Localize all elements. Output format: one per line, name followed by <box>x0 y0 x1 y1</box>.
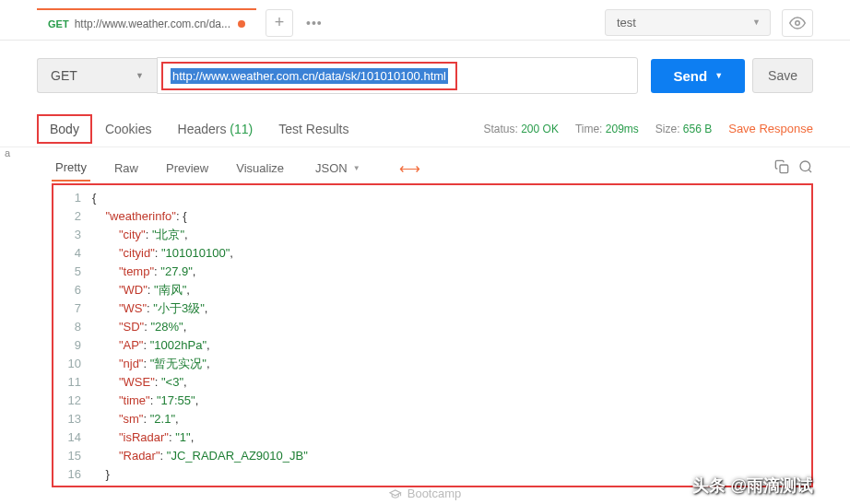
code-line: 3 "city": "北京", <box>53 226 811 244</box>
code-line: 2 "weatherinfo": { <box>53 207 811 226</box>
code-line: 5 "temp": "27.9", <box>53 263 811 281</box>
chevron-down-icon: ▼ <box>136 71 144 80</box>
chevron-down-icon: ▼ <box>714 71 723 80</box>
unsaved-dot-icon <box>238 20 245 28</box>
code-line: 9 "AP": "1002hPa", <box>53 336 811 355</box>
svg-point-2 <box>800 161 810 171</box>
tab-body[interactable]: Body <box>37 114 92 144</box>
code-line: 11 "WSE": "<3", <box>53 373 811 392</box>
headers-label: Headers <box>178 122 227 136</box>
status-label: Status: 200 OK <box>483 123 558 135</box>
collapsed-sidebar-label: a <box>0 147 15 158</box>
environment-select[interactable]: test <box>605 9 771 36</box>
format-label: JSON <box>315 161 348 175</box>
size-label: Size: 656 B <box>655 123 712 135</box>
view-raw[interactable]: Raw <box>111 156 142 181</box>
format-select[interactable]: JSON ▼ <box>308 158 368 179</box>
code-line: 10 "njd": "暂无实况", <box>53 355 811 373</box>
svg-rect-1 <box>780 165 788 173</box>
tab-test-results[interactable]: Test Results <box>266 114 361 144</box>
request-tab[interactable]: GET http://www.weather.com.cn/da... <box>37 8 256 38</box>
code-line: 7 "WS": "小于3级", <box>53 299 811 318</box>
bootcamp-link[interactable]: Bootcamp <box>389 486 462 500</box>
svg-line-3 <box>809 170 811 172</box>
save-response-button[interactable]: Save Response <box>728 122 813 135</box>
tab-title: http://www.weather.com.cn/da... <box>75 18 230 30</box>
search-icon[interactable] <box>798 159 813 177</box>
view-pretty[interactable]: Pretty <box>52 155 90 182</box>
code-line: 14 "isRadar": "1", <box>53 428 811 447</box>
code-line: 12 "time": "17:55", <box>53 392 811 410</box>
wrap-lines-icon[interactable]: ⟷ <box>399 159 420 177</box>
time-label: Time: 209ms <box>575 123 639 135</box>
eye-icon[interactable] <box>782 9 813 37</box>
code-line: 6 "WD": "南风", <box>53 281 811 299</box>
headers-count: (11) <box>230 122 253 136</box>
tab-headers[interactable]: Headers (11) <box>165 114 266 144</box>
add-tab-button[interactable]: + <box>266 9 293 37</box>
tab-cookies[interactable]: Cookies <box>92 114 165 144</box>
code-line: 1{ <box>53 189 811 207</box>
method-label: GET <box>51 68 77 83</box>
watermark: 头条 @雨滴测试 <box>692 475 813 497</box>
tab-more-button[interactable]: ••• <box>299 16 330 30</box>
tab-method: GET <box>48 18 69 29</box>
url-value: http://www.weather.com.cn/data/sk/101010… <box>171 68 448 84</box>
view-preview[interactable]: Preview <box>162 156 212 181</box>
chevron-down-icon: ▼ <box>353 164 360 172</box>
code-line: 13 "sm": "2.1", <box>53 410 811 428</box>
save-button[interactable]: Save <box>752 58 813 93</box>
method-select[interactable]: GET ▼ <box>37 58 157 93</box>
svg-point-0 <box>796 20 800 25</box>
response-body[interactable]: 1{2 "weatherinfo": {3 "city": "北京",4 "ci… <box>52 183 813 487</box>
code-line: 4 "cityid": "101010100", <box>53 244 811 263</box>
copy-icon[interactable] <box>774 159 789 177</box>
code-line: 8 "SD": "28%", <box>53 318 811 336</box>
send-label: Send <box>673 68 707 84</box>
view-visualize[interactable]: Visualize <box>232 156 288 181</box>
send-button[interactable]: Send ▼ <box>651 59 745 93</box>
code-line: 15 "Radar": "JC_RADAR_AZ9010_JB" <box>53 447 811 465</box>
url-input[interactable]: http://www.weather.com.cn/data/sk/101010… <box>157 57 638 94</box>
